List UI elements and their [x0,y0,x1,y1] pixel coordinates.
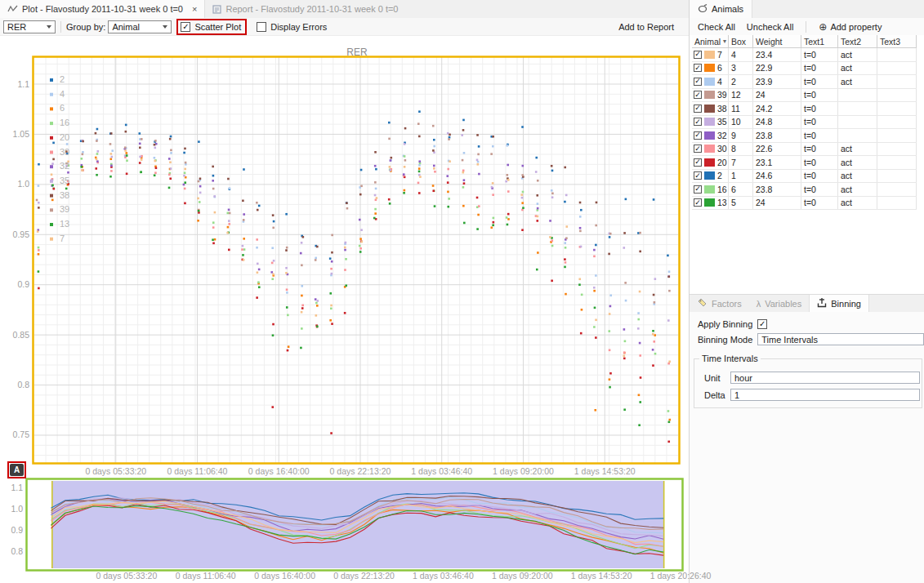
cell-weight: 24.8 [753,116,801,129]
row-checkbox[interactable]: ✓ [694,198,702,207]
tab-variables[interactable]: λ Variables [749,295,810,312]
scatter-point-animal-32 [478,173,480,176]
scatter-point-animal-39 [668,290,671,292]
scatter-point-animal-4 [564,242,566,244]
table-row[interactable]: ✓20723.1t=0act [692,156,917,170]
tab-binning[interactable]: Binning [809,295,869,312]
scatter-point-animal-30 [462,170,465,172]
scatter-point-animal-32 [623,328,626,331]
main-and-overview-charts[interactable]: RER1.11.051.00.950.90.850.80.750 days 05… [0,36,689,583]
row-checkbox[interactable]: ✓ [694,51,702,59]
row-checkbox[interactable]: ✓ [694,64,702,72]
row-checkbox[interactable]: ✓ [694,185,702,194]
scatter-point-animal-16 [581,294,583,296]
table-row[interactable]: ✓16623.8t=0act [692,183,917,197]
row-checkbox[interactable]: ✓ [694,131,702,140]
scatter-point-animal-6 [109,158,112,160]
binning-mode-select[interactable]: Time Intervals [757,333,924,345]
scatter-point-animal-16 [654,353,657,355]
scatter-point-animal-32 [212,180,214,182]
row-checkbox[interactable]: ✓ [694,118,702,126]
row-checkbox[interactable]: ✓ [694,91,702,99]
scatter-point-animal-32 [433,165,435,167]
check-all-button[interactable]: Check All [694,20,739,33]
cell-box: 11 [729,102,753,115]
scatter-point-animal-35 [623,247,625,249]
tab-factors[interactable]: Factors [690,295,749,312]
column-header-animal[interactable]: Animal▾ [692,35,729,47]
apply-binning-checkbox[interactable]: ✓ [757,319,767,329]
overview-x-tick-label: 1 days 20:26:40 [650,571,712,581]
add-property-button[interactable]: ⊕ Add property [815,20,886,33]
unit-input[interactable]: hour [730,372,920,384]
row-checkbox[interactable]: ✓ [694,145,702,153]
cell-weight: 23.8 [753,183,801,196]
group-by-select[interactable]: Animal [108,20,172,33]
lambda-icon: λ [757,299,761,309]
scatter-point-animal-7 [344,247,346,249]
tab-animals[interactable]: Animals [690,0,752,18]
scatter-point-animal-30 [241,248,243,251]
add-to-report-button[interactable]: Add to Report [612,20,681,33]
uncheck-all-button[interactable]: Uncheck All [743,20,797,33]
display-errors-checkbox[interactable] [257,22,266,32]
series-color-swatch [704,105,715,113]
column-header-text2[interactable]: Text2 [838,35,877,47]
table-row[interactable]: ✓4223.9t=0act [692,75,917,89]
row-checkbox[interactable]: ✓ [694,78,702,86]
scatter-point-animal-30 [565,261,567,264]
cell-box: 4 [729,48,753,61]
table-row[interactable]: ✓381124.2t=0 [692,102,917,116]
scatter-point-animal-30 [110,170,113,172]
table-row[interactable]: ✓2124.6t=0act [692,170,917,184]
scatter-point-animal-32 [579,227,582,229]
settings-subtabs: Factors λ Variables Binning [690,294,924,313]
scatter-point-animal-32 [183,184,185,186]
scatter-point-animal-38 [346,202,348,204]
table-row[interactable]: ✓30822.6t=0act [692,143,917,157]
scatter-point-animal-32 [507,164,509,167]
scatter-point-animal-13 [434,205,436,207]
scatter-point-animal-38 [667,276,670,278]
scatter-point-animal-38 [449,134,451,136]
scatter-point-animal-13 [564,266,566,269]
column-header-box[interactable]: Box [729,35,753,47]
table-row[interactable]: ✓13524t=0act [692,197,917,211]
close-icon[interactable]: × [192,4,197,14]
scatter-point-animal-20 [301,307,304,309]
scatter-point-animal-35 [505,180,507,183]
table-row[interactable]: ✓6322.9t=0act [692,62,917,76]
scatter-point-animal-38 [564,167,566,169]
table-row[interactable]: ✓7423.4t=0act [692,48,917,62]
row-checkbox[interactable]: ✓ [694,171,702,180]
chevron-down-icon [163,25,167,29]
scatter-point-animal-7 [433,167,435,170]
axis-mode-button[interactable]: A [10,464,24,476]
table-row[interactable]: ✓32923.8t=0 [692,129,917,143]
scatter-point-animal-30 [168,174,171,176]
scatter-point-animal-39 [595,225,597,227]
measure-select[interactable]: RER [3,20,56,33]
tab-plot[interactable]: Plot - Flavostudy 2011-10-31 week 0 t=0 … [0,0,205,18]
scatter-point-animal-32 [639,342,641,345]
column-header-text3[interactable]: Text3 [877,35,917,47]
row-checkbox[interactable]: ✓ [694,158,702,167]
row-checkbox[interactable]: ✓ [694,105,702,113]
scatter-point-animal-13 [345,284,347,287]
animal-id: 4 [717,77,722,87]
table-row[interactable]: ✓351024.8t=0 [692,116,917,130]
column-header-weight[interactable]: Weight [753,35,801,47]
cell-text2 [838,89,877,102]
column-header-text1[interactable]: Text1 [801,35,838,47]
scatter-point-animal-38 [596,202,598,204]
scatter-point-animal-2 [198,140,200,143]
tab-report[interactable]: Report - Flavostudy 2011-10-31 week 0 t=… [205,0,405,18]
scatter-plot-checkbox[interactable]: ✓ [181,22,190,32]
sort-icon: ▾ [723,38,726,45]
scatter-point-animal-38 [316,246,319,248]
scatter-point-animal-6 [404,189,406,192]
scatter-point-animal-32 [139,143,141,145]
scatter-point-animal-32 [67,171,69,174]
delta-input[interactable]: 1 [730,389,920,401]
table-row[interactable]: ✓391224t=0 [692,89,917,103]
